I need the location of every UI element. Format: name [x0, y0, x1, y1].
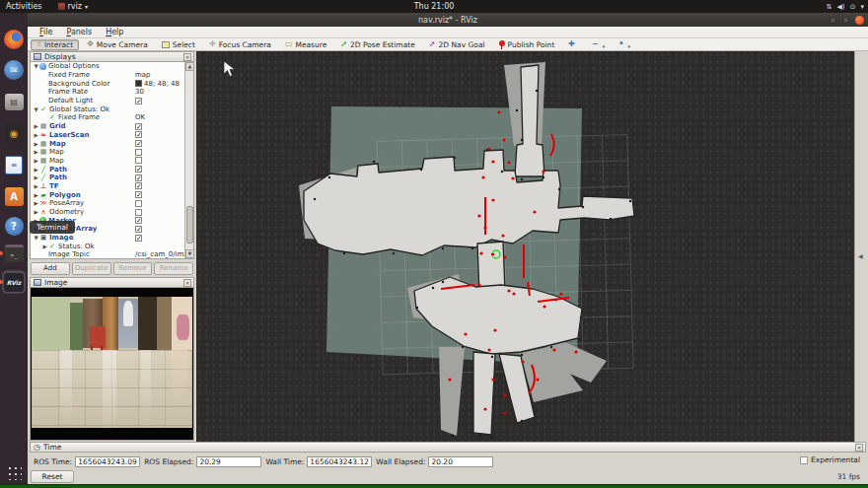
expander-icon[interactable]: ▶ [33, 167, 39, 173]
dock-item-files[interactable]: ▤ [3, 91, 25, 112]
ros-time-input[interactable] [75, 456, 140, 467]
display-row[interactable]: ▶▦Map [31, 157, 183, 166]
enable-checkbox[interactable] [135, 209, 142, 216]
expander-icon[interactable]: ▼ [33, 235, 39, 241]
display-value[interactable]: ✓ [135, 131, 142, 140]
tool-2d-nav-goal[interactable]: ➚2D Nav Goal [423, 39, 491, 50]
tool-move-camera[interactable]: ✥Move Camera [81, 39, 154, 50]
display-value[interactable]: ✓ [135, 139, 142, 148]
enable-checkbox[interactable] [135, 149, 142, 156]
display-row[interactable]: Background Color48; 48; 48 [31, 79, 183, 88]
display-value[interactable]: ✓ [135, 122, 142, 131]
tool-focus-camera[interactable]: ✛Focus Camera [203, 39, 277, 50]
display-row[interactable]: ▼✓Global Status: Ok [31, 105, 183, 113]
display-row[interactable]: ▶╱Path✓ [31, 174, 183, 182]
display-row[interactable]: ▶▦Map [31, 148, 183, 157]
display-value[interactable] [135, 148, 142, 157]
displays-scrollbar[interactable]: ▲ ▼ [184, 62, 193, 258]
experimental-checkbox[interactable] [800, 456, 808, 464]
display-row[interactable]: ▶⊥TF✓ [31, 182, 183, 191]
enable-checkbox[interactable]: ✓ [135, 217, 142, 224]
display-row[interactable]: ▶▰Polygon✓ [31, 190, 183, 199]
wall-time-input[interactable] [307, 456, 372, 467]
expander-icon[interactable]: ▶ [33, 192, 39, 198]
enable-checkbox[interactable]: ✓ [135, 174, 142, 181]
display-value[interactable]: ✓ [135, 190, 142, 199]
expander-icon[interactable]: ▶ [33, 141, 39, 147]
display-row[interactable]: ▶╱Path✓ [31, 165, 183, 174]
dock-item-software[interactable]: A [3, 185, 25, 207]
tool-publish-point[interactable]: Publish Point [493, 39, 561, 50]
image-close-icon[interactable]: ✕ [183, 279, 191, 287]
display-value[interactable]: ✓ [135, 234, 142, 243]
experimental-toggle[interactable]: Experimental [800, 455, 860, 464]
remove-button[interactable]: Remove [113, 262, 153, 275]
display-row[interactable]: Fixed Framemap [31, 71, 183, 80]
display-row[interactable]: ▶▦Map✓ [31, 139, 183, 148]
tool-plus-icon[interactable]: ✚ [562, 39, 584, 50]
tool-measure[interactable]: ▭Measure [279, 39, 332, 50]
enable-checkbox[interactable]: ✓ [135, 140, 142, 147]
display-value[interactable]: ✓ [135, 225, 142, 234]
display-row[interactable]: ▼▣Image✓ [31, 234, 183, 243]
expander-icon[interactable]: ▶ [33, 209, 39, 215]
enable-checkbox[interactable]: ✓ [135, 182, 142, 189]
3d-viewport[interactable] [196, 51, 854, 442]
close-button[interactable] [855, 16, 864, 25]
expander-icon[interactable]: ▶ [33, 158, 39, 164]
maximize-button[interactable] [842, 17, 849, 24]
expander-icon[interactable]: ▼ [33, 106, 39, 112]
display-row[interactable]: ▼Global Options [31, 62, 183, 71]
expander-icon[interactable]: ▶ [33, 183, 39, 189]
rename-button[interactable]: Rename [154, 262, 193, 275]
display-value[interactable] [135, 208, 142, 217]
expander-icon[interactable]: ▶ [33, 132, 39, 138]
reset-button[interactable]: Reset [31, 470, 74, 483]
enable-checkbox[interactable] [135, 157, 142, 164]
duplicate-button[interactable]: Duplicate [72, 262, 111, 275]
enable-checkbox[interactable]: ✓ [135, 166, 142, 173]
enable-checkbox[interactable]: ✓ [135, 123, 142, 130]
display-value[interactable]: 48; 48; 48 [135, 79, 180, 88]
display-value[interactable]: map [135, 71, 151, 80]
enable-checkbox[interactable]: ✓ [135, 235, 142, 242]
system-tray[interactable]: ⇅◀)⊙▾ [827, 0, 864, 13]
tool-tool-dot-icon[interactable]: •▾ [613, 39, 636, 50]
tool-2d-pose-estimate[interactable]: ➚2D Pose Estimate [334, 39, 421, 50]
minimize-button[interactable] [830, 17, 836, 24]
display-row[interactable]: ▶✓Status: Ok [31, 242, 183, 250]
display-value[interactable]: ✓ [135, 216, 142, 225]
display-row[interactable]: ▶≫PoseArray [31, 199, 183, 208]
tool-interact[interactable]: ☝Interact [31, 39, 79, 50]
displays-close-icon[interactable]: ✕ [183, 53, 191, 61]
enable-checkbox[interactable] [135, 200, 142, 207]
wall-elapsed-input[interactable] [428, 456, 493, 467]
display-value[interactable]: ✓ [135, 174, 142, 182]
display-row[interactable]: Default Light✓ [31, 97, 183, 105]
expander-icon[interactable]: ▶ [33, 149, 39, 155]
expander-icon[interactable]: ▼ [33, 63, 39, 69]
dock-item-writer[interactable]: ≡ [3, 154, 25, 175]
display-value[interactable]: ✓ [135, 97, 142, 105]
expander-icon[interactable]: ▶ [41, 244, 48, 249]
display-row[interactable]: ▶▦Grid✓ [31, 122, 183, 131]
display-value[interactable]: ✓ [135, 182, 142, 191]
displays-panel-header[interactable]: Displays ✕ [30, 51, 194, 62]
clock[interactable]: Thu 21:00 [0, 2, 868, 11]
display-row[interactable]: Frame Rate30 [31, 88, 183, 97]
enable-checkbox[interactable]: ✓ [135, 191, 142, 198]
display-value[interactable]: 30 [135, 88, 144, 97]
tool-minus-icon[interactable]: −▾ [586, 39, 611, 50]
image-panel-header[interactable]: Image ✕ [30, 277, 194, 288]
display-value[interactable]: ✓ [135, 165, 142, 174]
scroll-up-icon[interactable]: ▲ [185, 62, 194, 71]
dock-item-music[interactable]: ◉ [3, 122, 25, 144]
menu-file[interactable]: File [34, 27, 58, 37]
expander-icon[interactable]: ▶ [33, 123, 39, 129]
display-row[interactable]: ✓Fixed FrameOK [31, 113, 183, 122]
dock-item-rviz[interactable]: RViz [3, 271, 25, 293]
expander-icon[interactable]: ▶ [33, 174, 39, 180]
dock-item-mail[interactable]: ✉ [3, 59, 25, 81]
enable-checkbox[interactable]: ✓ [135, 226, 142, 233]
tool-select[interactable]: Select [156, 39, 201, 50]
